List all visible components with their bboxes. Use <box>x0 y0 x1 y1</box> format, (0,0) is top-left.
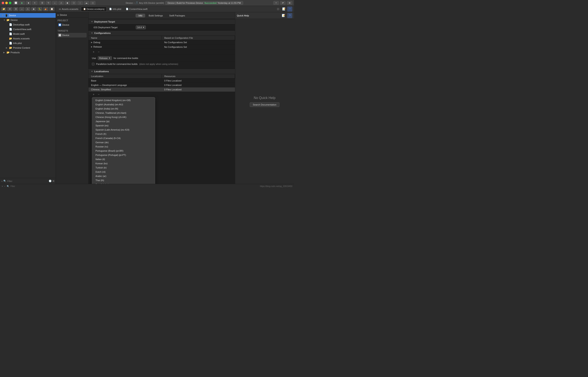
tab-build-settings[interactable]: Build Settings <box>146 14 166 17</box>
sidebar-filter-options[interactable]: ⊞ <box>52 180 54 182</box>
dropdown-item-zh-hk[interactable]: Chinese (Hong Kong) (zh-HK) <box>92 115 155 119</box>
file-tab-infoplist[interactable]: 📄 Info.plist <box>107 7 123 12</box>
find-button[interactable]: ⌕ <box>52 1 58 5</box>
symbol-nav-icon[interactable]: ☰ <box>13 7 18 11</box>
dropdown-item-pt-pt[interactable]: Portuguese (Portugal) (pt-PT) <box>92 153 155 157</box>
navigator-button[interactable]: ☰ <box>39 1 45 5</box>
stop-button[interactable]: ■ <box>26 1 31 5</box>
add-button[interactable]: + <box>273 1 279 5</box>
localizations-header[interactable]: ▼ Localizations <box>88 69 235 74</box>
target-icon <box>58 34 61 37</box>
deployment-target-header[interactable]: ▼ Deployment Target <box>88 19 235 24</box>
dropdown-item-es-419[interactable]: Spanish (Latin America) (es-419) <box>92 128 155 132</box>
quick-help-insp-icon[interactable]: ? <box>287 13 292 18</box>
config-remove-button[interactable]: − <box>97 50 100 54</box>
file-tab-xcodeproj[interactable]: 📋 Device.xcodeproj <box>81 7 107 12</box>
breadcrumb-device[interactable]: Device <box>126 2 133 4</box>
file-inspector-icon[interactable]: 📝 <box>281 7 287 12</box>
layout-button[interactable]: ⇌ <box>280 1 286 5</box>
dropdown-item-es[interactable]: Spanish (es) <box>92 123 155 128</box>
debug-button[interactable]: ⬡ <box>71 1 76 5</box>
tab-info[interactable]: Info <box>135 14 145 17</box>
svg-rect-0 <box>59 24 61 26</box>
run-button[interactable]: ▶ <box>19 1 25 5</box>
quick-help-icon[interactable]: ? <box>287 7 292 12</box>
dropdown-item-ru[interactable]: Russian (ru) <box>92 144 155 149</box>
issue-button[interactable]: ⚠ <box>58 1 64 5</box>
sidebar-item-device-group[interactable]: ▼ 📂 Device <box>0 18 56 22</box>
test-nav-icon[interactable]: ◆ <box>31 7 36 11</box>
dropdown-item-en-au[interactable]: English (Australia) (en-AU) <box>92 102 155 106</box>
local-remove-button[interactable]: − <box>97 93 100 96</box>
project-item-device[interactable]: Device <box>58 23 87 27</box>
nav-action-button[interactable]: ↻ <box>46 1 51 5</box>
test-button[interactable]: ◆ <box>65 1 70 5</box>
split-button[interactable]: ⊞ <box>287 1 292 5</box>
sidebar-item-infoplist[interactable]: 📄 Info.plist <box>0 41 56 46</box>
dropdown-item-it[interactable]: Italian (it) <box>92 157 155 161</box>
breakpoint-nav-icon[interactable]: ⛺ <box>43 7 48 11</box>
parallelize-checkbox[interactable] <box>92 63 95 65</box>
sidebar-item-assets[interactable]: 📂 Assets.xcassets <box>0 36 56 41</box>
local-add-button[interactable]: + <box>92 93 95 96</box>
localization-dropdown[interactable]: English (United Kingdom) (en-GB) English… <box>92 97 155 184</box>
fullscreen-button[interactable] <box>9 2 11 4</box>
targets-item-device[interactable]: Device <box>58 33 87 37</box>
dropdown-item-nl[interactable]: Dutch (nl) <box>92 170 155 174</box>
dropdown-item-tr[interactable]: Turkish (tr) <box>92 165 155 170</box>
close-button[interactable] <box>2 2 4 4</box>
local-chinese-resources: 0 Files Localized <box>162 87 235 92</box>
version-dropdown[interactable]: 14.4 ▼ <box>136 25 146 29</box>
find-nav-icon[interactable]: ⌕ <box>19 7 24 11</box>
remove-status-icon[interactable]: − <box>4 185 5 188</box>
dropdown-item-ja[interactable]: Japanese (ja) <box>92 119 155 123</box>
config-add-button[interactable]: + <box>92 50 95 54</box>
file-nav-icon[interactable]: 📁 <box>1 7 6 11</box>
local-base-resources: 0 Files Localized <box>162 78 235 83</box>
sidebar-item-contentview[interactable]: 📄 ContentView.swift <box>0 27 56 32</box>
swift-icon-contentview: 📄 <box>9 28 12 31</box>
sidebar-item-preview-content[interactable]: ▶ 📂 Preview Content <box>0 46 56 50</box>
source-control-button[interactable]: ↕ <box>77 1 83 5</box>
scheme-selector[interactable]: ≡ <box>32 1 37 5</box>
use-dropdown[interactable]: Release ▼ <box>98 56 112 60</box>
minimize-button[interactable] <box>5 2 8 4</box>
dropdown-item-fr-ca[interactable]: French (Canada) (fr-CA) <box>92 136 155 140</box>
debug-nav-icon[interactable]: 🐛 <box>37 7 42 11</box>
report-nav-icon[interactable]: 📋 <box>49 7 54 11</box>
sidebar-toggle-button[interactable]: ⬜ <box>13 1 19 5</box>
cloud-button[interactable]: ☁ <box>84 1 89 5</box>
local-add-remove-row: + − <box>88 92 235 97</box>
bookmark-button[interactable]: ◻ <box>90 1 96 5</box>
split-editor-icon[interactable]: ⊡ <box>276 7 280 12</box>
title-center: Device › 🎵 Any iOS Device (arm64) Device… <box>97 1 272 5</box>
history-icon[interactable]: 🕐 <box>49 180 52 182</box>
dropdown-item-sv[interactable]: Swedish (sv) <box>92 182 155 184</box>
configurations-header[interactable]: ▼ Configurations <box>88 30 235 36</box>
dropdown-item-ko[interactable]: Korean (ko) <box>92 161 155 165</box>
sidebar-label-device-group: Device <box>11 19 18 21</box>
tab-swift-packages[interactable]: Swift Packages <box>166 14 188 17</box>
dropdown-item-zh-hant[interactable]: Chinese, Traditional (zh-Hant) <box>92 111 155 115</box>
file-tab-contentview[interactable]: 📄 ContentView.swift <box>124 7 150 12</box>
add-status-icon[interactable]: + <box>2 185 3 188</box>
issue-nav-icon[interactable]: ⚠ <box>25 7 30 11</box>
sidebar-item-root-device[interactable]: ▼ 📱 Device <box>0 13 56 18</box>
sidebar-item-model[interactable]: 📄 Model.swift <box>0 32 56 36</box>
sidebar-item-products[interactable]: ▶ 📂 Products <box>0 50 56 55</box>
filter-add-icon[interactable]: + <box>1 180 2 182</box>
title-bar: ⬜ ▶ ■ ≡ ☰ ↻ ⌕ ⚠ ◆ ⬡ ↕ ☁ ◻ Device › 🎵 Any… <box>0 0 294 6</box>
search-documentation-button[interactable]: Search Documentation <box>250 102 280 107</box>
dropdown-item-de[interactable]: German (de) <box>92 140 155 144</box>
dropdown-item-th[interactable]: Thai (th) <box>92 178 155 182</box>
dropdown-item-en-in[interactable]: English (India) (en-IN) <box>92 106 155 111</box>
dropdown-item-fr[interactable]: French (fr) <box>92 132 155 136</box>
dropdown-item-en-gb[interactable]: English (United Kingdom) (en-GB) <box>92 98 155 102</box>
dropdown-item-pt-br[interactable]: Portuguese (Brazil) (pt-BR) <box>92 149 155 153</box>
file-tab-assets[interactable]: 🗂 Assets.xcassets <box>57 7 81 12</box>
file-insp-icon[interactable]: 📝 <box>281 13 286 18</box>
source-nav-icon[interactable]: ⚙ <box>7 7 12 11</box>
dropdown-item-ar[interactable]: Arabic (ar) <box>92 174 155 178</box>
sidebar-filter-input[interactable] <box>7 180 48 182</box>
sidebar-item-deviceapp[interactable]: 📄 DeviceApp.swift <box>0 22 56 27</box>
